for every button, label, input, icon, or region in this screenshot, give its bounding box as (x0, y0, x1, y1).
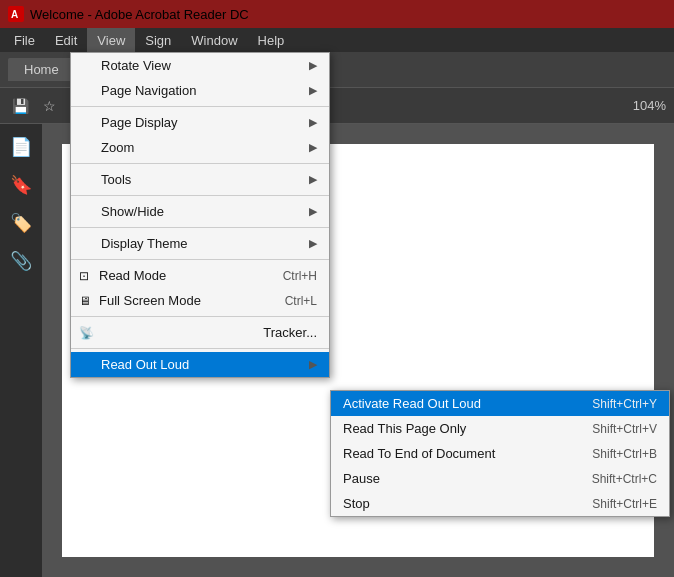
arrow-icon: ▶ (309, 116, 317, 129)
sidebar-pages-icon[interactable]: 📄 (6, 132, 36, 162)
title-bar-text: Welcome - Adobe Acrobat Reader DC (30, 7, 249, 22)
arrow-icon: ▶ (309, 237, 317, 250)
menu-item-read-out-loud[interactable]: Read Out Loud ▶ (71, 352, 329, 377)
acrobat-icon: A (8, 6, 24, 22)
sidebar-tags-icon[interactable]: 🏷️ (6, 208, 36, 238)
view-dropdown-menu: Rotate View ▶ Page Navigation ▶ Page Dis… (70, 52, 330, 378)
sidebar-attachments-icon[interactable]: 📎 (6, 246, 36, 276)
read-mode-icon: ⊡ (79, 269, 99, 283)
menu-view[interactable]: View (87, 28, 135, 52)
menu-bar: File Edit View Sign Window Help (0, 28, 674, 52)
zoom-level: 104% (633, 98, 666, 113)
read-out-loud-submenu: Activate Read Out Loud Shift+Ctrl+Y Read… (330, 390, 670, 517)
submenu-stop[interactable]: Stop Shift+Ctrl+E (331, 491, 669, 516)
arrow-icon: ▶ (309, 84, 317, 97)
separator (71, 106, 329, 107)
menu-item-page-navigation[interactable]: Page Navigation ▶ (71, 78, 329, 103)
separator (71, 163, 329, 164)
arrow-icon: ▶ (309, 358, 317, 371)
arrow-icon: ▶ (309, 59, 317, 72)
menu-item-show-hide[interactable]: Show/Hide ▶ (71, 199, 329, 224)
separator (71, 227, 329, 228)
submenu-read-this-page[interactable]: Read This Page Only Shift+Ctrl+V (331, 416, 669, 441)
separator (71, 316, 329, 317)
separator (71, 259, 329, 260)
save-icon[interactable]: 💾 (8, 96, 33, 116)
menu-item-display-theme[interactable]: Display Theme ▶ (71, 231, 329, 256)
left-sidebar: 📄 🔖 🏷️ 📎 (0, 124, 42, 577)
menu-window[interactable]: Window (181, 28, 247, 52)
tracker-icon: 📡 (79, 326, 99, 340)
menu-sign[interactable]: Sign (135, 28, 181, 52)
submenu-activate-read-out-loud[interactable]: Activate Read Out Loud Shift+Ctrl+Y (331, 391, 669, 416)
full-screen-icon: 🖥 (79, 294, 99, 308)
bookmark-icon[interactable]: ☆ (39, 96, 60, 116)
tab-home[interactable]: Home (8, 58, 75, 81)
arrow-icon: ▶ (309, 173, 317, 186)
arrow-icon: ▶ (309, 205, 317, 218)
menu-item-tracker[interactable]: 📡 Tracker... (71, 320, 329, 345)
menu-item-page-display[interactable]: Page Display ▶ (71, 110, 329, 135)
separator (71, 348, 329, 349)
menu-item-zoom[interactable]: Zoom ▶ (71, 135, 329, 160)
submenu-read-to-end[interactable]: Read To End of Document Shift+Ctrl+B (331, 441, 669, 466)
menu-file[interactable]: File (4, 28, 45, 52)
menu-help[interactable]: Help (248, 28, 295, 52)
separator (71, 195, 329, 196)
svg-text:A: A (11, 9, 18, 20)
menu-item-read-mode[interactable]: ⊡ Read Mode Ctrl+H (71, 263, 329, 288)
menu-edit[interactable]: Edit (45, 28, 87, 52)
menu-item-tools[interactable]: Tools ▶ (71, 167, 329, 192)
sidebar-bookmarks-icon[interactable]: 🔖 (6, 170, 36, 200)
menu-item-full-screen[interactable]: 🖥 Full Screen Mode Ctrl+L (71, 288, 329, 313)
title-bar: A Welcome - Adobe Acrobat Reader DC (0, 0, 674, 28)
menu-item-rotate-view[interactable]: Rotate View ▶ (71, 53, 329, 78)
arrow-icon: ▶ (309, 141, 317, 154)
submenu-pause[interactable]: Pause Shift+Ctrl+C (331, 466, 669, 491)
